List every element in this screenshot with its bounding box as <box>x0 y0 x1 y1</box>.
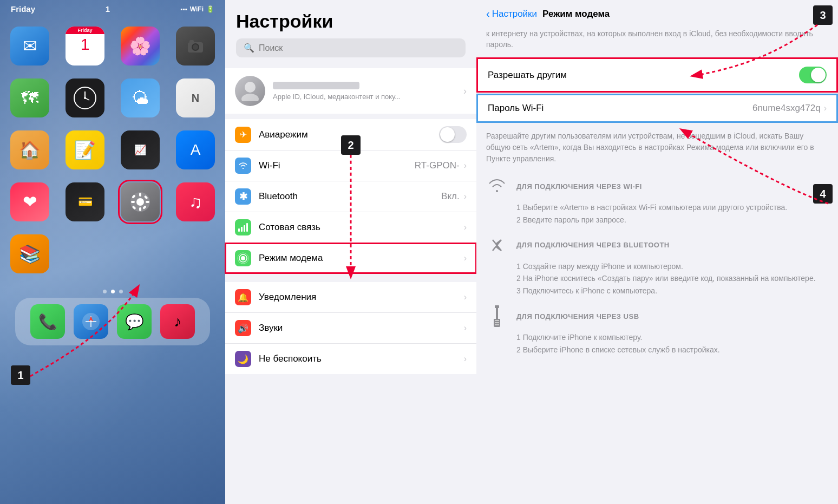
svg-rect-13 <box>146 201 149 203</box>
hotspot-nav: ‹ Настройки Режим модема <box>476 0 838 24</box>
row-bluetooth[interactable]: ✱ Bluetooth Вкл. › <box>225 181 476 212</box>
status-bar: Friday 1 ▪▪▪ WiFi 🔋 <box>0 0 225 16</box>
row-sounds[interactable]: 🔊 Звуки › <box>225 313 476 344</box>
dock-phone[interactable]: 📞 <box>30 304 65 339</box>
cal-date: 1 <box>81 35 90 54</box>
usb-step-1: 1 Подключите iPhone к компьютеру. <box>516 331 828 343</box>
row-hotspot-label: Режим модема <box>259 253 464 264</box>
app-photos[interactable]: 🌸 <box>121 27 160 66</box>
svg-rect-11 <box>139 207 141 211</box>
intro-text: к интернету на устройствах, на которых в… <box>476 24 838 57</box>
usb-conn-icon <box>486 305 508 327</box>
svg-point-9 <box>136 198 144 206</box>
dock-messages[interactable]: 💬 <box>117 304 152 339</box>
svg-rect-33 <box>496 308 498 319</box>
dnd-icon: 🌙 <box>235 351 251 367</box>
app-wallet[interactable]: 💳 <box>66 182 104 221</box>
wifi-pass-row[interactable]: Пароль Wi-Fi 6nume4sxg472q › <box>476 94 838 123</box>
usb-conn-title: ДЛЯ ПОДКЛЮЧЕНИЯ ЧЕРЕЗ USB <box>516 312 639 320</box>
svg-rect-3 <box>189 40 194 43</box>
step-4-badge: 4 <box>813 184 833 204</box>
hotspot-content: к интернету на устройствах, на которых в… <box>476 24 838 364</box>
row-dnd-label: Не беспокоить <box>259 354 464 364</box>
wifi-chevron: › <box>464 161 467 171</box>
cellular-chevron: › <box>464 222 467 232</box>
status-date: 1 <box>106 4 110 14</box>
search-bar[interactable]: 🔍 <box>236 38 466 57</box>
svg-point-2 <box>193 44 198 50</box>
desc-text: Разрешайте другим пользователям или устр… <box>476 130 838 175</box>
usb-connection-section: ДЛЯ ПОДКЛЮЧЕНИЯ ЧЕРЕЗ USB 1 Подключите i… <box>476 305 838 364</box>
wifi-icon <box>235 158 251 174</box>
app-mail[interactable]: ✉ <box>10 27 49 66</box>
settings-group-2: 🔔 Уведомления › 🔊 Звуки › 🌙 Не беспокоит… <box>225 282 476 374</box>
hotspot-panel: ‹ Настройки Режим модема к интернету на … <box>476 0 838 504</box>
wifi-status-icon: WiFi <box>190 5 204 13</box>
nav-title: Режим модема <box>542 9 610 19</box>
app-appstore[interactable]: A <box>176 130 215 169</box>
bluetooth-icon: ✱ <box>235 188 251 205</box>
iphone-screen: Friday 1 ▪▪▪ WiFi 🔋 ✉ Friday 1 🌸 <box>0 0 225 504</box>
svg-rect-26 <box>244 225 245 232</box>
app-settings[interactable] <box>121 182 160 221</box>
status-icons: ▪▪▪ WiFi 🔋 <box>180 5 214 13</box>
notifications-icon: 🔔 <box>235 289 251 305</box>
allow-row[interactable]: Разрешать другим <box>476 57 838 93</box>
app-calendar[interactable]: Friday 1 <box>66 27 104 66</box>
nav-back-button[interactable]: ‹ Настройки <box>486 8 537 20</box>
airplane-toggle[interactable] <box>439 126 467 143</box>
usb-conn-steps: 1 Подключите iPhone к компьютеру. 2 Выбе… <box>516 331 828 356</box>
search-input[interactable] <box>259 43 458 53</box>
svg-rect-24 <box>238 228 240 232</box>
app-weather[interactable]: 🌤 <box>121 78 160 117</box>
row-wifi-value: RT-GPON- <box>415 160 460 171</box>
row-cellular-label: Сотовая связь <box>259 222 464 233</box>
svg-point-31 <box>496 190 498 192</box>
svg-point-28 <box>241 256 245 260</box>
settings-title: Настройки <box>236 11 466 32</box>
row-notifications[interactable]: 🔔 Уведомления › <box>225 282 476 313</box>
row-bluetooth-value: Вкл. <box>441 191 460 202</box>
app-news[interactable]: N <box>176 78 215 117</box>
profile-sub: Apple ID, iCloud, медиаконтент и поку... <box>273 93 456 101</box>
sounds-chevron: › <box>464 323 467 333</box>
cellular-icon <box>235 219 251 235</box>
wifi-step-2: 2 Введите пароль при запросе. <box>516 214 828 226</box>
row-dnd[interactable]: 🌙 Не беспокоить › <box>225 344 476 374</box>
app-health[interactable]: ❤ <box>10 182 49 221</box>
wifi-pass-value: 6nume4sxg472q <box>752 103 821 114</box>
svg-rect-34 <box>495 320 499 321</box>
app-books[interactable]: 📚 <box>10 234 49 273</box>
search-icon: 🔍 <box>244 43 254 53</box>
wifi-pass-label: Пароль Wi-Fi <box>488 103 544 114</box>
row-sounds-label: Звуки <box>259 323 464 333</box>
step-2-badge: 2 <box>341 135 361 155</box>
allow-toggle[interactable] <box>799 67 827 83</box>
dot-3 <box>119 290 123 293</box>
app-stocks[interactable]: 📈 <box>121 130 160 169</box>
dock-safari[interactable] <box>74 304 108 339</box>
back-chevron-icon: ‹ <box>486 8 490 20</box>
profile-row[interactable]: Apple ID, iCloud, медиаконтент и поку...… <box>225 68 476 114</box>
app-itunes[interactable]: ♫ <box>176 182 215 221</box>
bt-step-2: 2 На iPhone коснитесь «Создать пару» или… <box>516 272 828 284</box>
svg-rect-35 <box>495 322 499 323</box>
dock-music[interactable]: ♪ <box>160 304 195 339</box>
wifi-conn-icon <box>486 175 508 197</box>
row-wifi[interactable]: Wi-Fi RT-GPON- › <box>225 150 476 181</box>
app-home[interactable]: 🏠 <box>10 130 49 169</box>
wifi-step-1: 1 Выберите «Artem» в настройках Wi-Fi ко… <box>516 201 828 213</box>
app-clock[interactable] <box>66 78 104 117</box>
row-notifications-label: Уведомления <box>259 292 464 303</box>
row-cellular[interactable]: Сотовая связь › <box>225 212 476 243</box>
row-wifi-label: Wi-Fi <box>259 160 415 171</box>
app-notes[interactable]: 📝 <box>66 130 104 169</box>
row-hotspot[interactable]: Режим модема › <box>225 243 476 273</box>
nav-back-label: Настройки <box>492 9 537 19</box>
app-maps[interactable]: 🗺 <box>10 78 49 117</box>
page-dots <box>103 290 123 293</box>
status-day: Friday <box>11 4 35 14</box>
app-camera[interactable] <box>176 27 215 66</box>
svg-rect-10 <box>139 193 141 197</box>
airplane-icon: ✈ <box>235 127 251 143</box>
